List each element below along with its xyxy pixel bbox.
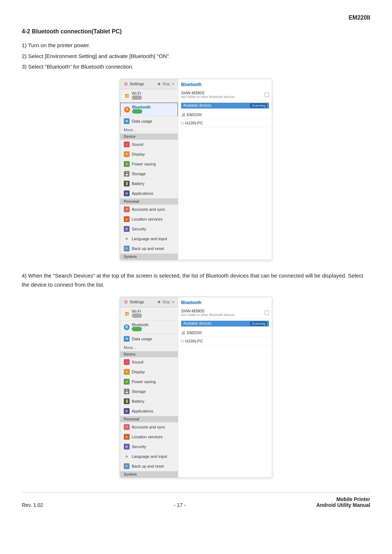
em220ii-device-label-2: EM220II <box>187 331 202 335</box>
sidebar-item-language[interactable]: A Language and input <box>120 234 178 244</box>
sidebar2-item-backup[interactable]: ⟳ Back up and reset <box>120 461 178 471</box>
page-footer: Rev. 1.02 - 17 - Mobile Printer Android … <box>22 492 370 508</box>
settings-label-2: Settings <box>130 300 144 304</box>
sidebar2-item-battery[interactable]: 🔋 Battery <box>120 397 178 406</box>
bt-toggle-2[interactable] <box>132 327 142 331</box>
battery-label-2: Battery <box>132 399 144 403</box>
sidebar2-item-bluetooth[interactable]: B Bluetooth <box>120 321 178 334</box>
language-label-2: Language and input <box>132 454 167 459</box>
display-label-2: Display <box>132 370 145 374</box>
sidebar2-item-applications[interactable]: ⊞ Applications <box>120 406 178 416</box>
sidebar-item-data-usage[interactable]: M Data usage <box>120 116 178 126</box>
sidebar2-item-location[interactable]: ◎ Location services <box>120 432 178 442</box>
bt-shw-device-row-2[interactable]: SHW-M380S Not visible to other Bluetooth… <box>181 307 269 319</box>
bt-hjjin-row-2[interactable]: □ HJJIN-PC <box>181 337 269 345</box>
bt-shw-checkbox[interactable] <box>265 93 269 97</box>
bluetooth-label: Bluetooth <box>132 105 151 109</box>
footer-product-line2: Android Utility Manual <box>316 502 370 508</box>
sidebar-item-sound[interactable]: ♪ Sound <box>120 140 178 149</box>
bt-shw-device-name-2: SHW-M380S <box>181 309 235 313</box>
sidebar2-item-display[interactable]: ☀ Display <box>120 367 178 377</box>
data-usage-label-2: Data usage <box>132 337 152 341</box>
sidebar-item-battery[interactable]: 🔋 Battery <box>120 179 178 189</box>
wifi-toggle[interactable] <box>132 95 142 100</box>
display-icon: ☀ <box>124 151 130 157</box>
security-label: Security <box>132 227 146 231</box>
more-label: More... <box>124 128 136 132</box>
settings-header-2: ⚙ Settings ✱ Stop ≡ <box>120 297 178 307</box>
sidebar2-item-data-usage[interactable]: M Data usage <box>120 334 178 344</box>
available-devices-bar: Available devices Scanning <box>181 103 269 108</box>
pc-icon: □ <box>181 120 184 126</box>
sidebar-item-accounts[interactable]: ↺ Accounts and sync <box>120 205 178 214</box>
location-label-2: Location services <box>132 435 163 439</box>
settings-header-1: ⚙ Settings ✱ Stop ≡ <box>120 79 178 89</box>
bt-shw-device-row[interactable]: SHW-M380S Not visible to other Bluetooth… <box>181 89 269 100</box>
sidebar-item-backup[interactable]: ⟳ Back up and reset <box>120 244 178 254</box>
bt-em220ii-row-2[interactable]: 🖨 EM220II <box>181 329 269 337</box>
backup-label: Back up and reset <box>132 246 164 251</box>
printer-icon-2: 🖨 <box>181 330 185 335</box>
section-title: 4-2 Bluetooth connection(Tablet PC) <box>22 28 370 35</box>
sidebar2-item-storage[interactable]: 💾 Storage <box>120 387 178 397</box>
sidebar-item-power-saving[interactable]: ⚡ Power saving <box>120 159 178 169</box>
sidebar-item-security[interactable]: ⊞ Security <box>120 224 178 234</box>
bluetooth-toggle[interactable] <box>132 109 142 114</box>
screenshot-1-container: ⚙ Settings ✱ Stop ≡ 📶 Wi-Fi B <box>22 79 370 260</box>
bt-panel-title: Bluetooth <box>181 82 269 87</box>
device-section-label-2: Device <box>120 351 178 357</box>
bt-icon-2: B <box>124 324 130 330</box>
sidebar-item-applications[interactable]: ⊞ Applications <box>120 189 178 198</box>
wifi-toggle-2[interactable] <box>132 313 142 318</box>
sidebar2-item-sound[interactable]: ♪ Sound <box>120 357 178 367</box>
language-icon: A <box>124 236 130 242</box>
sound-label: Sound <box>132 142 143 147</box>
hjjin-device-label-2: HJJIN-PC <box>185 339 203 343</box>
step-1: 1) Turn on the printer power. <box>22 41 370 50</box>
sidebar-item-wifi[interactable]: 📶 Wi-Fi <box>120 89 178 103</box>
sidebar-item-storage[interactable]: 💾 Storage <box>120 169 178 179</box>
sidebar2-item-language[interactable]: A Language and input <box>120 452 178 461</box>
available-devices-label-2: Available devices <box>183 321 211 325</box>
sidebar2-item-wifi[interactable]: 📶 Wi-Fi <box>120 307 178 321</box>
data-usage-label: Data usage <box>132 119 152 123</box>
sidebar-item-more[interactable]: More... <box>120 126 178 134</box>
sidebar-item-bluetooth[interactable]: B Bluetooth <box>120 103 178 116</box>
stop-label-2: Stop <box>163 300 170 304</box>
menu-icon: ≡ <box>172 82 174 86</box>
device-section-label: Device <box>120 134 178 140</box>
storage-icon-2: 💾 <box>124 389 130 394</box>
battery-label: Battery <box>132 181 144 186</box>
stop-label: Stop <box>163 82 170 86</box>
bluetooth-main-panel-2: Bluetooth SHW-M380S Not visible to other… <box>178 297 272 477</box>
available-devices-label: Available devices <box>183 103 211 107</box>
bt-shw-device-name: SHW-M380S <box>181 91 235 95</box>
sidebar2-item-power-saving[interactable]: ⚡ Power saving <box>120 377 178 387</box>
apps-icon-2: ⊞ <box>124 408 130 414</box>
bt-shw-checkbox-2[interactable] <box>265 311 269 315</box>
sidebar-item-display[interactable]: ☀ Display <box>120 149 178 159</box>
page-header: EM220II <box>22 15 370 21</box>
sync-icon: ↺ <box>124 206 130 212</box>
location-icon-2: ◎ <box>124 434 130 440</box>
accounts-sync-label: Accounts and sync <box>132 207 165 212</box>
sound-icon: ♪ <box>124 141 130 147</box>
bluetooth-section: Bluetooth <box>132 105 151 114</box>
bt-em220ii-row[interactable]: 🖨 EM220II <box>181 111 269 119</box>
settings-gear-icon: ⚙ <box>124 81 128 87</box>
sidebar2-item-more[interactable]: More... <box>120 344 178 351</box>
bluetooth-main-panel-1: Bluetooth SHW-M380S Not visible to other… <box>178 79 272 260</box>
security-icon-2: ⊞ <box>124 444 130 450</box>
instructions-block: 1) Turn on the printer power. 2) Select … <box>22 41 370 71</box>
bt-panel-title-2: Bluetooth <box>181 300 269 305</box>
power-saving-icon: ⚡ <box>124 161 130 167</box>
scanning-badge-2: Scanning <box>250 321 267 326</box>
personal-section-label: Personal <box>120 198 178 205</box>
sidebar-item-location[interactable]: ◎ Location services <box>120 214 178 224</box>
language-icon-2: A <box>124 454 130 459</box>
sidebar2-item-accounts[interactable]: ↺ Accounts and sync <box>120 422 178 432</box>
bt-hjjin-row[interactable]: □ HJJIN-PC <box>181 119 269 127</box>
wifi-section-2: Wi-Fi <box>132 309 142 319</box>
sidebar2-item-security[interactable]: ⊞ Security <box>120 442 178 452</box>
wifi-label-2: Wi-Fi <box>132 309 142 313</box>
